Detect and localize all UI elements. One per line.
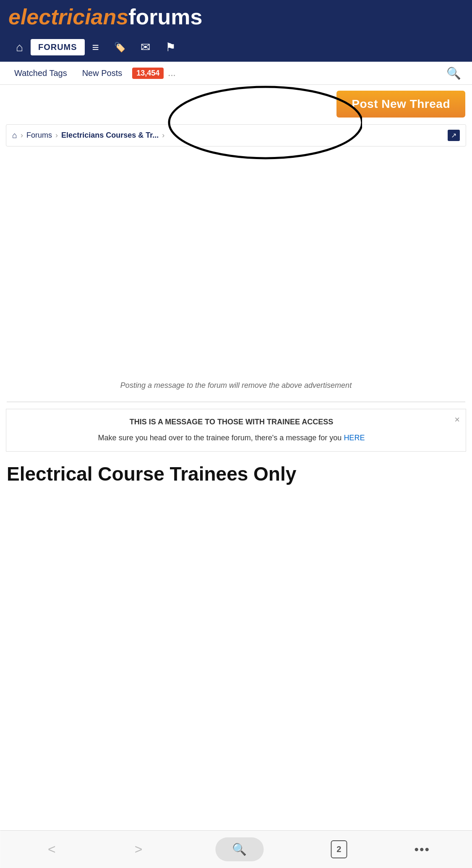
breadcrumb-sep-1: ›	[21, 131, 23, 140]
breadcrumb: ⌂ › Forums › Electricians Courses & Tr..…	[6, 124, 466, 146]
message-box-body-text: Make sure you head over to the trainee f…	[98, 434, 342, 442]
ad-notice: Posting a message to the forum will remo…	[114, 374, 358, 397]
nav-flag[interactable]: ⚑	[158, 37, 183, 58]
nav-home[interactable]: ⌂	[8, 37, 31, 58]
more-nav-dots[interactable]: ...	[164, 62, 180, 84]
sub-nav: Watched Tags New Posts 13,454 ... 🔍	[0, 62, 472, 85]
menu-icon: ≡	[92, 41, 99, 54]
nav-bar: ⌂ FORUMS ≡ 🏷️ ✉ ⚑	[8, 34, 464, 62]
new-posts[interactable]: New Posts	[75, 63, 130, 84]
flag-icon: ⚑	[165, 40, 176, 54]
forums-label: FORUMS	[38, 42, 77, 52]
nav-sponsor[interactable]: 🏷️	[107, 39, 133, 56]
post-thread-wrapper: Post New Thread	[0, 85, 472, 121]
mail-icon: ✉	[141, 40, 150, 54]
watched-tags[interactable]: Watched Tags	[7, 63, 75, 84]
sponsor-icon: 🏷️	[114, 42, 125, 53]
page-title: Electrical Course Trainees Only	[0, 458, 472, 486]
breadcrumb-sep-2: ›	[55, 131, 58, 140]
breadcrumb-home-icon[interactable]: ⌂	[12, 131, 17, 140]
home-icon: ⌂	[16, 41, 23, 54]
nav-forums[interactable]: FORUMS	[31, 39, 85, 55]
message-box-link[interactable]: HERE	[344, 434, 365, 442]
search-icon[interactable]: 🔍	[442, 62, 465, 84]
breadcrumb-sep-3: ›	[162, 131, 164, 140]
breadcrumb-forums[interactable]: Forums	[26, 131, 52, 140]
nav-mail[interactable]: ✉	[133, 37, 158, 58]
logo-forums: forums	[128, 5, 202, 29]
message-box: THIS IS A MESSAGE TO THOSE WITH TRAINEE …	[6, 409, 466, 452]
new-posts-badge: 13,454	[132, 68, 164, 79]
ad-area: Posting a message to the forum will remo…	[0, 150, 472, 402]
logo[interactable]: electriciansforums	[8, 6, 464, 28]
breadcrumb-external-link[interactable]: ↗	[448, 130, 460, 141]
divider	[7, 402, 465, 402]
logo-electricians: electricians	[8, 5, 128, 29]
post-new-thread-button[interactable]: Post New Thread	[336, 91, 465, 118]
message-box-title: THIS IS A MESSAGE TO THOSE WITH TRAINEE …	[14, 417, 449, 427]
nav-menu[interactable]: ≡	[85, 37, 107, 58]
header: electriciansforums ⌂ FORUMS ≡ 🏷️ ✉ ⚑	[0, 0, 472, 62]
post-thread-area: Post New Thread	[0, 85, 472, 121]
message-box-body: Make sure you head over to the trainee f…	[14, 432, 449, 444]
message-box-close-button[interactable]: ×	[454, 414, 460, 425]
breadcrumb-current: Electricians Courses & Tr...	[61, 131, 159, 140]
